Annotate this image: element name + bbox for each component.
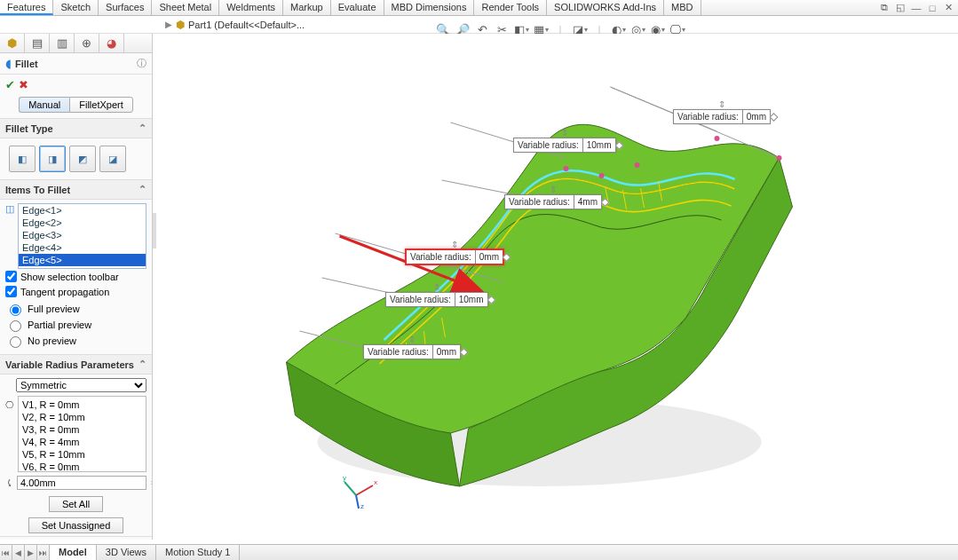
tangent-propagation-check[interactable]: Tangent propagation [0,284,152,299]
menu-tab-render-tools[interactable]: Render Tools [474,0,547,15]
fillet-icon: ◖ [5,57,12,70]
tab-prev-icon[interactable]: ◀ [12,545,25,560]
vertex-list-icon: ⎔ [5,396,18,411]
pin-icon: ⇕ [550,185,557,194]
tab-last-icon[interactable]: ⏭ [37,545,50,560]
radius-spinner[interactable]: ▲▼ [150,477,153,488]
bottom-tab-model[interactable]: Model [50,545,97,560]
full-preview-radio[interactable]: Full preview [5,301,146,317]
radius-callout[interactable]: ⇕Variable radius:0mm [405,248,504,265]
radius-callout[interactable]: ⇕Variable radius:10mm [385,292,488,307]
callout-label: Variable radius: [514,138,583,152]
part-name[interactable]: Part1 (Default<<Default>... [188,20,305,30]
preview-radio-group: Full preview Partial preview No preview [0,299,152,354]
display-mgr-icon[interactable]: ◕ [99,34,124,52]
tab-next-icon[interactable]: ▶ [25,545,37,560]
maximize-icon[interactable]: □ [926,2,938,14]
svg-text:y: y [343,474,346,482]
list-item[interactable]: V6, R = 0mm [22,461,142,472]
menu-tab-sketch[interactable]: Sketch [53,0,99,15]
bottom-tab-3d-views[interactable]: 3D Views [97,545,156,560]
variable-radius-list[interactable]: V1, R = 0mmV2, R = 10mmV3, R = 0mmV4, R … [18,396,146,472]
radius-callout[interactable]: ⇕Variable radius:10mm [513,138,616,153]
callout-value[interactable]: 4mm [574,195,601,209]
section-fillet-type[interactable]: Fillet Type ⌃ [0,118,152,138]
callout-label: Variable radius: [674,110,743,123]
face-fillet-icon[interactable]: ◩ [69,146,96,172]
radius-value-input[interactable] [17,476,146,490]
tile-icon[interactable]: ⧉ [878,2,891,14]
callout-value[interactable]: 0mm [433,345,460,359]
callout-label: Variable radius: [407,250,476,264]
part-icon[interactable]: ⬢ [176,19,185,31]
set-unassigned-button[interactable]: Set Unassigned [28,517,124,533]
manual-button[interactable]: Manual [19,97,69,113]
reject-icon[interactable]: ✖ [19,78,28,91]
cascade-icon[interactable]: ◱ [894,2,907,14]
partial-preview-radio[interactable]: Partial preview [5,317,146,333]
svg-line-21 [356,485,373,495]
callout-value[interactable]: 10mm [583,138,615,152]
show-selection-toolbar-check[interactable]: Show selection toolbar [0,269,152,284]
callout-value[interactable]: 0mm [743,110,770,123]
menu-tab-markup[interactable]: Markup [283,0,331,15]
menu-tab-features[interactable]: Features [0,0,53,15]
menu-tab-weldments[interactable]: Weldments [219,0,283,15]
edge-select-icon: ◫ [5,203,18,269]
pin-icon: ⇕ [408,335,416,344]
tab-first-icon[interactable]: ⏮ [0,545,12,560]
breadcrumb-arrow-icon[interactable]: ▶ [162,20,176,29]
constant-fillet-icon[interactable]: ◧ [9,146,36,172]
radius-callout[interactable]: ⇕Variable radius:4mm [504,194,602,209]
dimxpert-icon[interactable]: ⊕ [75,34,99,52]
list-item[interactable]: V3, R = 0mm [22,423,142,436]
radius-callout[interactable]: ⇕Variable radius:0mm [673,109,771,124]
view-triad[interactable]: x y z [343,473,378,509]
help-icon[interactable]: ⓘ [137,57,146,70]
list-item[interactable]: Edge<3> [19,229,146,241]
close-window-icon[interactable]: ✕ [942,2,954,14]
menu-tab-mbd[interactable]: MBD [664,0,701,15]
list-item[interactable]: V1, R = 0mm [22,398,142,411]
list-item[interactable]: Edge<5> [19,254,146,266]
property-mgr-icon[interactable]: ▤ [25,34,50,52]
callout-value[interactable]: 10mm [455,293,487,306]
no-preview-radio[interactable]: No preview [5,333,146,349]
list-item[interactable]: Edge<4> [19,241,146,254]
config-mgr-icon[interactable]: ▥ [50,34,75,52]
accept-icon[interactable]: ✔ [5,78,15,91]
menu-tab-surfaces[interactable]: Surfaces [99,0,152,15]
menu-tab-sheet-metal[interactable]: Sheet Metal [152,0,219,15]
list-item[interactable]: V5, R = 10mm [22,448,142,461]
menu-tab-mbd-dimensions[interactable]: MBD Dimensions [384,0,475,15]
svg-text:z: z [360,502,364,509]
list-item[interactable]: V2, R = 10mm [22,411,142,423]
ok-cancel-row: ✔ ✖ [0,75,152,97]
bottom-tab-motion-study-1[interactable]: Motion Study 1 [156,545,240,560]
full-round-icon[interactable]: ◪ [99,146,126,172]
menu-tab-evaluate[interactable]: Evaluate [331,0,384,15]
symmetric-select[interactable]: Symmetric [16,378,146,392]
radius-callout[interactable]: ⇕Variable radius:0mm [363,344,461,359]
list-item[interactable]: V4, R = 4mm [22,436,142,448]
variable-fillet-icon[interactable]: ◨ [39,146,66,172]
tab-nav-arrows: ⏮ ◀ ▶ ⏭ [0,545,50,560]
menu-tab-solidworks-add-ins[interactable]: SOLIDWORKS Add-Ins [547,0,664,15]
list-item[interactable]: Edge<2> [19,217,146,229]
callout-label: Variable radius: [505,195,574,209]
section-items-to-fillet[interactable]: Items To Fillet ⌃ [0,179,152,200]
minimize-icon[interactable]: — [910,2,922,14]
graphics-area[interactable]: x y z ⇕Variable radius:0mm⇕Variable radi… [156,34,958,544]
section-variable-radius[interactable]: Variable Radius Parameters ⌃ [0,354,152,375]
feature-tree-icon[interactable]: ⬢ [0,34,25,52]
window-controls: ⧉ ◱ — □ ✕ [878,0,958,15]
filletxpert-button[interactable]: FilletXpert [69,97,133,113]
callout-value[interactable]: 0mm [476,250,503,264]
mode-segmented: Manual FilletXpert [0,97,152,118]
pin-icon: ⇕ [718,99,725,109]
set-all-button[interactable]: Set All [49,496,103,512]
callout-label: Variable radius: [364,345,433,359]
list-item[interactable]: Edge<1> [19,204,146,217]
feature-title: Fillet [15,59,38,69]
items-to-fillet-list[interactable]: Edge<1>Edge<2>Edge<3>Edge<4>Edge<5> [18,203,146,269]
